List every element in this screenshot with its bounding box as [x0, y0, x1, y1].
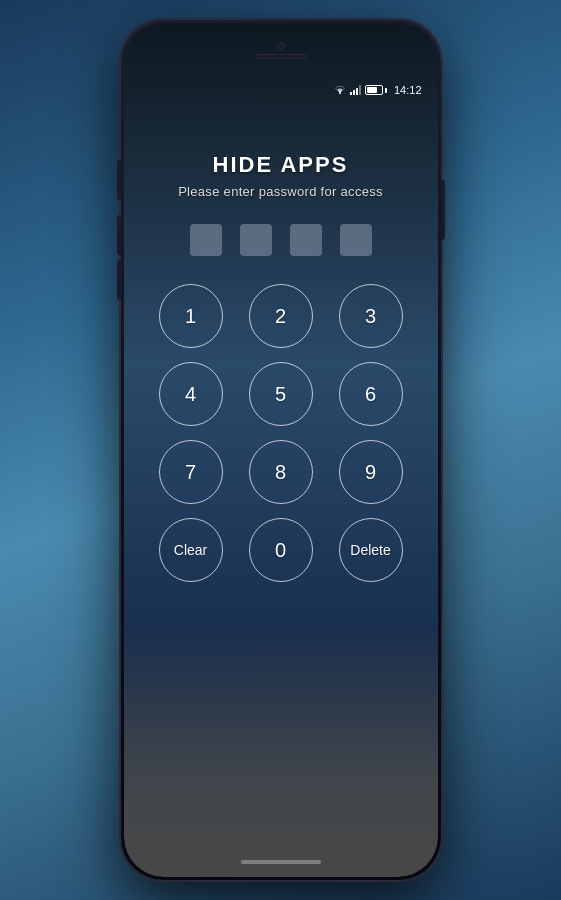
- pin-dot-4: [340, 224, 372, 256]
- phone-screen: 14:12 HIDE APPS Please enter password fo…: [124, 23, 438, 877]
- app-title: HIDE APPS: [213, 152, 349, 178]
- svg-point-0: [339, 93, 341, 95]
- main-content: HIDE APPS Please enter password for acce…: [124, 102, 438, 847]
- key-5[interactable]: 5: [249, 362, 313, 426]
- clear-button[interactable]: Clear: [159, 518, 223, 582]
- pin-dot-3: [290, 224, 322, 256]
- home-indicator: [241, 860, 321, 864]
- status-icons: 14:12: [333, 84, 422, 96]
- key-6[interactable]: 6: [339, 362, 403, 426]
- delete-button[interactable]: Delete: [339, 518, 403, 582]
- phone-frame: 14:12 HIDE APPS Please enter password fo…: [121, 20, 441, 880]
- numpad-row-1: 1 2 3: [159, 284, 403, 348]
- key-2[interactable]: 2: [249, 284, 313, 348]
- key-1[interactable]: 1: [159, 284, 223, 348]
- numpad: 1 2 3 4 5 6 7 8 9 Clear: [159, 284, 403, 582]
- svg-rect-4: [359, 85, 361, 95]
- app-subtitle: Please enter password for access: [178, 184, 383, 199]
- svg-rect-1: [350, 92, 352, 95]
- svg-rect-3: [356, 88, 358, 95]
- pin-dot-1: [190, 224, 222, 256]
- key-4[interactable]: 4: [159, 362, 223, 426]
- battery-icon: [365, 85, 387, 95]
- signal-icon: [350, 85, 362, 95]
- svg-rect-2: [353, 90, 355, 95]
- pin-dots: [190, 224, 372, 256]
- wifi-icon: [333, 85, 347, 95]
- phone-top-bar: [124, 23, 438, 78]
- pin-dot-2: [240, 224, 272, 256]
- bottom-bar: [124, 847, 438, 877]
- numpad-row-2: 4 5 6: [159, 362, 403, 426]
- numpad-row-3: 7 8 9: [159, 440, 403, 504]
- status-bar: 14:12: [124, 78, 438, 102]
- speaker: [256, 54, 306, 59]
- key-3[interactable]: 3: [339, 284, 403, 348]
- key-0[interactable]: 0: [249, 518, 313, 582]
- key-9[interactable]: 9: [339, 440, 403, 504]
- camera: [277, 42, 285, 50]
- key-8[interactable]: 8: [249, 440, 313, 504]
- key-7[interactable]: 7: [159, 440, 223, 504]
- time-display: 14:12: [394, 84, 422, 96]
- numpad-row-4: Clear 0 Delete: [159, 518, 403, 582]
